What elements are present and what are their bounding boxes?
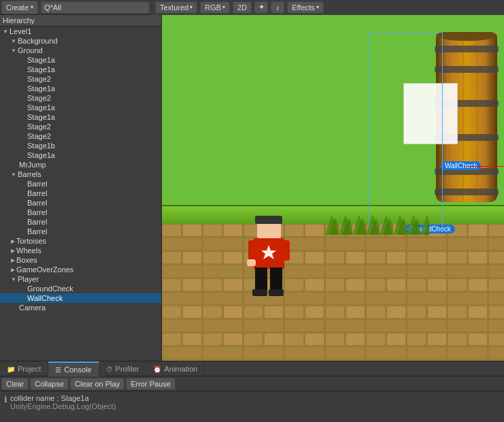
hier-arrow-icon: ▼ — [11, 172, 16, 178]
hier-item-ground[interactable]: ▼Ground — [0, 46, 161, 55]
hier-item-barrel-3[interactable]: Barrel — [0, 198, 161, 208]
tab-project-label: Project — [18, 365, 41, 373]
hier-item-stage1a-3[interactable]: Stage1a — [0, 84, 161, 93]
tab-project[interactable]: 📁 Project — [0, 361, 48, 376]
search-input[interactable] — [44, 3, 146, 12]
hierarchy-items: ▼Level1▼Background▼GroundStage1aStage1aS… — [0, 27, 161, 312]
hier-item-label: Ground — [18, 46, 43, 54]
effects-arrow-icon: ▾ — [316, 4, 319, 10]
hier-item-stage1a-2[interactable]: Stage1a — [0, 65, 161, 74]
hier-item-barrel-6[interactable]: Barrel — [0, 227, 161, 236]
clear-on-play-button[interactable]: Clear on Play — [70, 378, 124, 390]
console-entry-text: collider name : Stage1a UnityEngine.Debu… — [10, 394, 500, 410]
create-button[interactable]: Create ▾ — [1, 1, 38, 14]
hier-item-label: Barrel — [27, 208, 47, 216]
hier-arrow-icon: ▶ — [11, 257, 15, 263]
top-toolbar: Create ▾ Textured ▾ RGB ▾ 2D ✦ ♪ Effects… — [0, 0, 504, 15]
hier-item-groundcheck[interactable]: GroundCheck — [0, 284, 161, 293]
hier-item-stage2-2[interactable]: Stage2 — [0, 93, 161, 103]
hier-item-label: Barrel — [27, 189, 47, 197]
tab-console-label: Console — [64, 366, 91, 374]
rgb-arrow-icon: ▾ — [222, 4, 225, 10]
rgb-label: RGB — [205, 3, 221, 12]
hier-item-barrels[interactable]: ▼Barrels — [0, 169, 161, 179]
hier-item-gameoverzones[interactable]: ▶GameOverZones — [0, 265, 161, 274]
console-toolbar: Clear Collapse Clear on Play Error Pause — [0, 376, 504, 391]
twod-label: 2D — [237, 3, 247, 12]
hier-arrow-icon: ▼ — [11, 276, 16, 282]
hier-item-barrel-5[interactable]: Barrel — [0, 217, 161, 227]
hier-item-label: Stage1a — [27, 65, 55, 74]
hier-item-barrel-1[interactable]: Barrel — [0, 179, 161, 189]
hier-item-stage1b[interactable]: Stage1b — [0, 141, 161, 150]
hier-item-stage1a-4[interactable]: Stage1a — [0, 103, 161, 112]
profiler-icon: ⏱ — [106, 366, 113, 373]
scene-view[interactable]: WallCheck GroundCheck — [162, 15, 504, 361]
hier-item-label: GameOverZones — [16, 265, 73, 274]
svg-rect-28 — [269, 289, 284, 296]
hier-item-stage1a-1[interactable]: Stage1a — [0, 55, 161, 65]
hier-item-label: Stage1a — [27, 84, 55, 93]
svg-rect-27 — [252, 289, 267, 296]
audio-icon-button[interactable]: ♪ — [271, 1, 284, 14]
hier-item-barrel-4[interactable]: Barrel — [0, 208, 161, 217]
svg-rect-7 — [435, 46, 499, 52]
hier-item-label: Barrels — [18, 170, 41, 178]
rgb-button[interactable]: RGB ▾ — [200, 1, 230, 14]
tab-console[interactable]: ☰ Console — [48, 361, 99, 376]
hier-item-label: Stage1b — [27, 142, 55, 150]
tab-profiler[interactable]: ⏱ Profiler — [99, 361, 147, 376]
textured-button[interactable]: Textured ▾ — [155, 1, 197, 14]
hier-arrow-icon: ▶ — [11, 248, 15, 254]
hier-item-label: Player — [18, 275, 39, 283]
hier-item-camera[interactable]: Camera — [0, 303, 161, 312]
hier-item-level1[interactable]: ▼Level1 — [0, 27, 161, 36]
svg-rect-19 — [255, 216, 282, 224]
hier-arrow-icon: ▶ — [11, 267, 15, 273]
stone-texture — [162, 224, 504, 361]
hier-arrow-icon: ▼ — [3, 29, 8, 35]
hier-item-stage1a-5[interactable]: Stage1a — [0, 112, 161, 122]
error-pause-button[interactable]: Error Pause — [126, 378, 175, 390]
hier-item-mrjump[interactable]: MrJump — [0, 160, 161, 169]
hier-item-player[interactable]: ▼Player — [0, 274, 161, 284]
hier-item-barrel-2[interactable]: Barrel — [0, 189, 161, 198]
console-entry-icon: ℹ — [4, 395, 7, 404]
hier-item-label: Wheels — [16, 246, 41, 255]
hier-item-wheels[interactable]: ▶Wheels — [0, 246, 161, 255]
clear-button[interactable]: Clear — [1, 378, 29, 390]
twod-button[interactable]: 2D — [233, 1, 252, 14]
sun-icon-button[interactable]: ✦ — [254, 1, 268, 14]
collapse-button[interactable]: Collapse — [30, 378, 69, 390]
tab-animation[interactable]: ⏰ Animation — [146, 361, 205, 376]
svg-rect-24 — [247, 259, 256, 266]
hier-item-label: Boxes — [16, 256, 37, 264]
hier-item-stage2-1[interactable]: Stage2 — [0, 74, 161, 84]
hier-item-label: Stage1a — [27, 103, 55, 112]
hier-item-stage2-3[interactable]: Stage2 — [0, 122, 161, 131]
hier-item-label: Background — [18, 37, 58, 45]
search-box — [41, 1, 150, 14]
hier-arrow-icon: ▼ — [11, 38, 16, 44]
console-line2: UnityEngine.Debug.Log(Object) — [10, 402, 500, 410]
hier-item-wallcheck[interactable]: WallCheck — [0, 293, 161, 303]
effects-label: Effects — [292, 3, 314, 12]
scene-toolbar: Textured ▾ RGB ▾ 2D ✦ ♪ Effects ▾ — [151, 0, 504, 15]
scene-canvas: WallCheck GroundCheck — [162, 15, 504, 361]
hier-item-label: Stage1a — [27, 56, 55, 64]
svg-rect-26 — [270, 267, 282, 291]
hier-item-stage1a-6[interactable]: Stage1a — [0, 150, 161, 160]
hier-item-label: Stage2 — [27, 132, 51, 140]
hier-item-label: Barrel — [27, 180, 47, 188]
hier-item-tortoises[interactable]: ▶Tortoises — [0, 236, 161, 246]
bottom-tabs: 📁 Project ☰ Console ⏱ Profiler ⏰ Animati… — [0, 361, 504, 376]
hier-item-label: Stage2 — [27, 75, 51, 83]
hier-item-boxes[interactable]: ▶Boxes — [0, 255, 161, 265]
hier-item-stage2-4[interactable]: Stage2 — [0, 131, 161, 141]
svg-rect-12 — [435, 189, 499, 195]
character — [247, 214, 298, 303]
animation-icon: ⏰ — [153, 366, 161, 373]
effects-button[interactable]: Effects ▾ — [287, 1, 323, 14]
hier-item-background[interactable]: ▼Background — [0, 36, 161, 46]
svg-rect-31 — [325, 214, 429, 235]
